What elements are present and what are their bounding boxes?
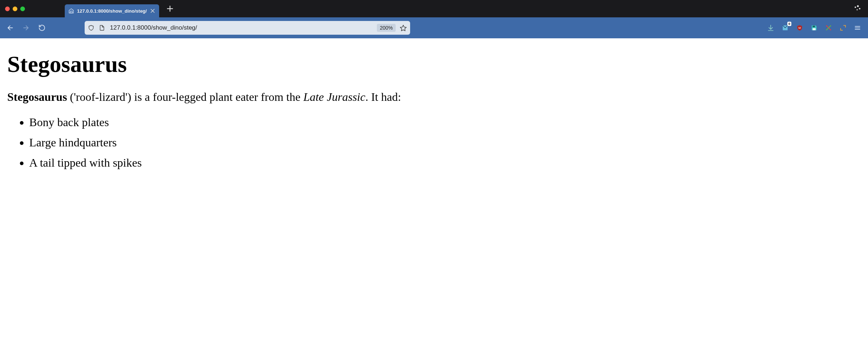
svg-text:ω: ω — [799, 26, 801, 29]
window-close-button[interactable] — [5, 7, 10, 11]
downloads-button[interactable] — [767, 24, 775, 32]
ublock-extension-icon[interactable]: ω — [796, 24, 804, 32]
loading-indicator-icon — [853, 4, 861, 14]
app-menu-button[interactable] — [854, 24, 861, 32]
expand-extension-icon[interactable] — [839, 24, 847, 32]
svg-marker-11 — [400, 25, 407, 31]
new-tab-button[interactable] — [165, 4, 175, 14]
x-extension-icon[interactable] — [825, 24, 833, 32]
bookmark-star-button[interactable] — [399, 24, 407, 32]
tab-title: 127.0.0.1:8000/show_dino/steg/ — [77, 8, 147, 14]
intro-era-italic: Late Jurassic — [303, 90, 366, 103]
address-bar[interactable]: 200% — [85, 21, 410, 35]
save-extension-icon[interactable] — [810, 24, 818, 32]
url-input[interactable] — [109, 24, 373, 32]
intro-text-tail: . It had: — [365, 90, 401, 103]
window-controls — [5, 7, 25, 11]
svg-point-8 — [856, 9, 858, 10]
inbox-badge: 0 — [787, 22, 791, 26]
page-heading: Stegosaurus — [7, 51, 861, 78]
inbox-extension-icon[interactable]: 0 — [781, 24, 789, 32]
svg-rect-16 — [813, 28, 816, 30]
svg-rect-0 — [70, 11, 72, 13]
window-zoom-button[interactable] — [20, 7, 25, 11]
page-content: Stegosaurus Stegosaurus ('roof-lizard') … — [0, 38, 868, 343]
svg-point-7 — [859, 8, 860, 9]
back-button[interactable] — [4, 22, 16, 34]
intro-text-1: ('roof-lizard') is a four-legged plant e… — [67, 90, 303, 103]
window-minimize-button[interactable] — [13, 7, 17, 11]
tab-close-button[interactable] — [150, 8, 156, 14]
features-list: Bony back plates Large hindquarters A ta… — [7, 112, 861, 173]
list-item: Large hindquarters — [29, 132, 861, 153]
zoom-level-badge[interactable]: 200% — [377, 24, 396, 32]
window-titlebar: 127.0.0.1:8000/show_dino/steg/ — [0, 0, 868, 17]
svg-point-6 — [857, 5, 859, 7]
list-item: A tail tipped with spikes — [29, 153, 861, 173]
browser-toolbar: 200% 0 ω — [0, 17, 868, 38]
reload-button[interactable] — [36, 22, 48, 34]
list-item: Bony back plates — [29, 112, 861, 132]
svg-rect-15 — [813, 26, 815, 27]
toolbar-extensions: 0 ω — [767, 24, 861, 32]
svg-point-5 — [855, 7, 856, 8]
browser-tab[interactable]: 127.0.0.1:8000/show_dino/steg/ — [65, 4, 159, 17]
intro-name-bold: Stegosaurus — [7, 90, 67, 103]
page-info-icon[interactable] — [98, 24, 106, 31]
tab-favicon-icon — [68, 8, 74, 14]
forward-button[interactable] — [20, 22, 32, 34]
shield-icon[interactable] — [88, 24, 95, 31]
intro-paragraph: Stegosaurus ('roof-lizard') is a four-le… — [7, 89, 861, 105]
